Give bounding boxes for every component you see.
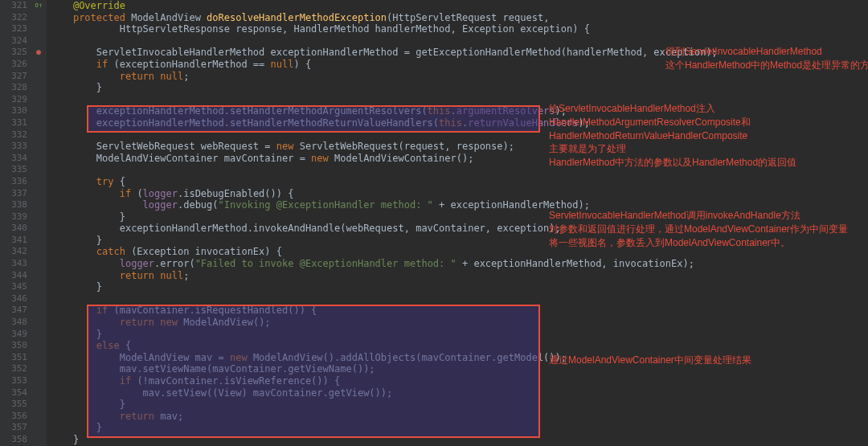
code-line[interactable]: return new ModelAndView();	[50, 317, 868, 329]
annotation-2-l4: 主要就是为了处理	[549, 143, 626, 154]
code-area[interactable]: @Override protected ModelAndView doResol…	[47, 0, 868, 446]
annotation-2-l2: HandlerMethodArgumentResolverComposite和	[549, 117, 751, 128]
code-line[interactable]: return null;	[50, 270, 868, 282]
line-number-gutter: 3213223233243253263273283293303313323333…	[0, 0, 31, 446]
annotation-1-l2: 这个HandlerMethod中的Method是处理异常的方法	[665, 59, 868, 71]
code-line[interactable]: HttpServletResponse response, HandlerMet…	[50, 23, 868, 35]
annotation-2: 给ServletInvocableHandlerMethod注入 Handler…	[549, 102, 796, 170]
code-line[interactable]: if (mavContainer.isRequestHandled()) {	[50, 305, 868, 317]
code-line[interactable]: }	[50, 329, 868, 341]
code-line[interactable]: if (!mavContainer.isViewReference()) {	[50, 375, 868, 387]
code-line[interactable]: }	[50, 399, 868, 411]
code-line[interactable]: return mav;	[50, 411, 868, 423]
annotation-4-l1: 通过ModelAndViewContainer中间变量处理结果	[549, 354, 751, 366]
code-editor[interactable]: 3213223233243253263273283293303313323333…	[0, 0, 868, 446]
code-line[interactable]: mav.setView((View) mavContainer.getView(…	[50, 387, 868, 399]
code-line[interactable]: else {	[50, 340, 868, 352]
annotation-3-l1: ServletInvocableHandlerMethod调用invokeAnd…	[549, 210, 800, 221]
annotation-1: 得到ServletInvocableHandlerMethod 这个Handle…	[665, 45, 868, 72]
code-line[interactable]: return null;	[50, 71, 868, 83]
code-line[interactable]: @Override	[50, 0, 868, 12]
annotation-2-l5: HandlerMethod中方法的参数以及HandlerMethod的返回值	[549, 157, 796, 168]
code-line[interactable]: logger.error("Failed to invoke @Exceptio…	[50, 258, 868, 270]
gutter-icons: o↑●	[31, 0, 47, 446]
annotation-1-l1: 得到ServletInvocableHandlerMethod	[665, 46, 822, 57]
annotation-3: ServletInvocableHandlerMethod调用invokeAnd…	[549, 209, 848, 249]
annotation-3-l3: 将一些视图名，参数丢入到ModelAndViewContainer中。	[549, 237, 790, 248]
code-line[interactable]	[50, 293, 868, 305]
code-line[interactable]: }	[50, 422, 868, 434]
override-icon[interactable]: o↑	[31, 0, 47, 12]
code-line[interactable]: try {	[50, 176, 868, 188]
annotation-4: 通过ModelAndViewContainer中间变量处理结果	[549, 354, 751, 367]
breakpoint-icon[interactable]: ●	[31, 47, 47, 59]
code-line[interactable]: if (logger.isDebugEnabled()) {	[50, 188, 868, 200]
code-line[interactable]: protected ModelAndView doResolveHandlerM…	[50, 12, 868, 24]
code-line[interactable]: }	[50, 82, 868, 94]
annotation-3-l2: 对参数和返回值进行处理，通过ModelAndViewContainer作为中间变…	[549, 223, 848, 235]
annotation-2-l1: 给ServletInvocableHandlerMethod注入	[549, 103, 715, 114]
code-line[interactable]: }	[50, 281, 868, 293]
annotation-2-l3: HandlerMethodReturnValueHandlerComposite	[549, 130, 747, 141]
code-line[interactable]: }	[50, 434, 868, 446]
